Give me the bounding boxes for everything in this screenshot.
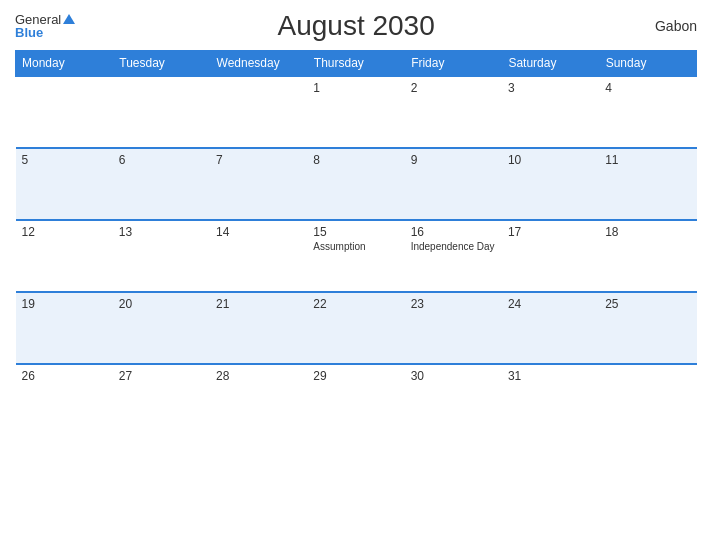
day-number: 8	[313, 153, 398, 167]
day-cell: 17	[502, 220, 599, 292]
day-number: 12	[22, 225, 107, 239]
day-number: 1	[313, 81, 398, 95]
day-cell: 21	[210, 292, 307, 364]
day-number: 23	[411, 297, 496, 311]
day-number: 27	[119, 369, 204, 383]
day-number: 15	[313, 225, 398, 239]
day-cell	[113, 76, 210, 148]
day-number: 14	[216, 225, 301, 239]
day-number: 4	[605, 81, 690, 95]
day-cell: 6	[113, 148, 210, 220]
day-cell	[210, 76, 307, 148]
day-cell: 16Independence Day	[405, 220, 502, 292]
day-cell: 30	[405, 364, 502, 436]
day-cell: 5	[16, 148, 113, 220]
day-cell: 13	[113, 220, 210, 292]
day-number: 3	[508, 81, 593, 95]
day-number: 25	[605, 297, 690, 311]
day-cell: 1	[307, 76, 404, 148]
week-row-2: 567891011	[16, 148, 697, 220]
header-saturday: Saturday	[502, 51, 599, 77]
day-cell: 31	[502, 364, 599, 436]
country-label: Gabon	[637, 18, 697, 34]
day-cell: 4	[599, 76, 696, 148]
logo: General Blue	[15, 13, 75, 39]
day-number: 16	[411, 225, 496, 239]
day-number: 5	[22, 153, 107, 167]
day-cell: 2	[405, 76, 502, 148]
week-row-1: 1234	[16, 76, 697, 148]
day-number: 20	[119, 297, 204, 311]
logo-triangle-icon	[63, 14, 75, 24]
day-cell	[16, 76, 113, 148]
day-cell: 14	[210, 220, 307, 292]
day-cell: 20	[113, 292, 210, 364]
calendar-grid: Monday Tuesday Wednesday Thursday Friday…	[15, 50, 697, 436]
calendar-header: General Blue August 2030 Gabon	[15, 10, 697, 42]
header-thursday: Thursday	[307, 51, 404, 77]
day-cell: 27	[113, 364, 210, 436]
event-label: Assumption	[313, 241, 398, 252]
day-number: 13	[119, 225, 204, 239]
day-number: 21	[216, 297, 301, 311]
day-cell: 19	[16, 292, 113, 364]
day-cell: 23	[405, 292, 502, 364]
header-monday: Monday	[16, 51, 113, 77]
day-number: 31	[508, 369, 593, 383]
header-wednesday: Wednesday	[210, 51, 307, 77]
day-cell: 22	[307, 292, 404, 364]
days-header-row: Monday Tuesday Wednesday Thursday Friday…	[16, 51, 697, 77]
day-number: 2	[411, 81, 496, 95]
event-label: Independence Day	[411, 241, 496, 252]
day-cell: 25	[599, 292, 696, 364]
day-number: 6	[119, 153, 204, 167]
day-cell: 15Assumption	[307, 220, 404, 292]
day-number: 7	[216, 153, 301, 167]
day-number: 24	[508, 297, 593, 311]
header-tuesday: Tuesday	[113, 51, 210, 77]
week-row-5: 262728293031	[16, 364, 697, 436]
header-friday: Friday	[405, 51, 502, 77]
day-number: 26	[22, 369, 107, 383]
day-cell: 10	[502, 148, 599, 220]
day-number: 11	[605, 153, 690, 167]
day-number: 30	[411, 369, 496, 383]
day-number: 19	[22, 297, 107, 311]
day-number: 28	[216, 369, 301, 383]
day-cell: 18	[599, 220, 696, 292]
day-number: 29	[313, 369, 398, 383]
day-cell	[599, 364, 696, 436]
week-row-3: 12131415Assumption16Independence Day1718	[16, 220, 697, 292]
day-cell: 26	[16, 364, 113, 436]
logo-blue-text: Blue	[15, 26, 43, 39]
calendar-container: General Blue August 2030 Gabon Monday Tu…	[0, 0, 712, 550]
day-cell: 24	[502, 292, 599, 364]
day-number: 9	[411, 153, 496, 167]
day-cell: 3	[502, 76, 599, 148]
day-cell: 29	[307, 364, 404, 436]
day-number: 17	[508, 225, 593, 239]
day-cell: 8	[307, 148, 404, 220]
header-sunday: Sunday	[599, 51, 696, 77]
day-cell: 12	[16, 220, 113, 292]
day-cell: 7	[210, 148, 307, 220]
week-row-4: 19202122232425	[16, 292, 697, 364]
day-number: 10	[508, 153, 593, 167]
day-number: 22	[313, 297, 398, 311]
day-cell: 9	[405, 148, 502, 220]
day-cell: 28	[210, 364, 307, 436]
calendar-title: August 2030	[75, 10, 637, 42]
day-number: 18	[605, 225, 690, 239]
day-cell: 11	[599, 148, 696, 220]
